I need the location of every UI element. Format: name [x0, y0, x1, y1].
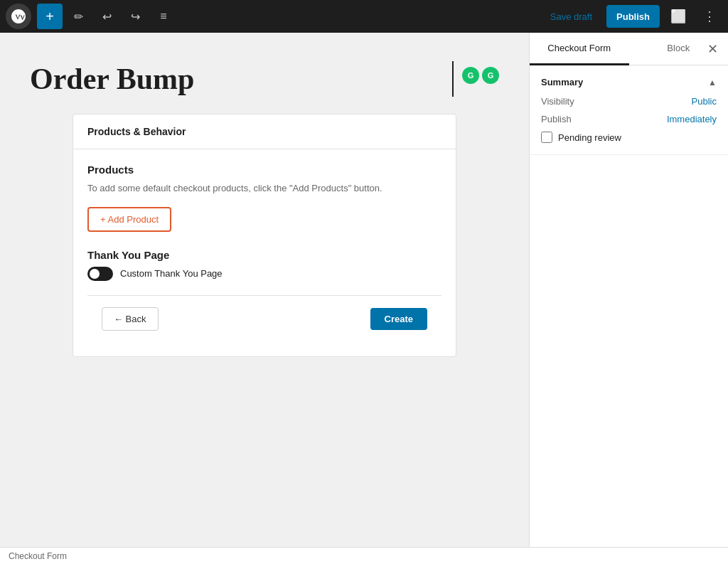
chevron-up-icon: ▲ [708, 78, 717, 87]
more-options-button[interactable]: ⋮ [697, 4, 722, 29]
sidebar: Checkout Form Block ✕ Summary ▲ Visibili… [529, 33, 728, 564]
pending-review-row: Pending review [541, 132, 717, 143]
status-text: Checkout Form [9, 551, 67, 561]
tab-checkout-form[interactable]: Checkout Form [530, 33, 629, 65]
close-sidebar-button[interactable]: ✕ [702, 39, 722, 59]
grammarly-icons: G G [462, 67, 499, 84]
visibility-row: Visibility Public [541, 96, 717, 107]
sidebar-tabs: Checkout Form Block ✕ [530, 33, 728, 65]
redo-button[interactable]: ↪ [122, 4, 148, 29]
view-toggle-button[interactable]: ⬜ [665, 4, 691, 29]
publish-button[interactable]: Publish [606, 5, 660, 28]
visibility-label: Visibility [541, 96, 574, 107]
toggle-label: Custom Thank You Page [120, 268, 223, 279]
products-desc: To add some default checkout products, c… [87, 181, 441, 196]
thank-you-toggle-row: Custom Thank You Page [87, 267, 441, 281]
summary-section: Summary ▲ Visibility Public Publish Imme… [530, 65, 728, 155]
redo-icon: ↪ [131, 10, 140, 23]
summary-title: Summary [541, 77, 583, 87]
publish-value[interactable]: Immediately [667, 114, 717, 124]
publish-label: Publish [541, 114, 572, 124]
publish-row: Publish Immediately [541, 114, 717, 124]
list-view-button[interactable]: ≡ [151, 4, 176, 29]
undo-icon: ↩ [102, 10, 112, 23]
main-layout: Order Bump G G Products & Behavior Produ… [0, 33, 728, 564]
visibility-value[interactable]: Public [692, 96, 717, 107]
wp-logo [6, 4, 31, 29]
edit-tool-button[interactable]: ✏ [65, 4, 91, 29]
grammarly-icon-2: G [482, 67, 499, 84]
view-icon: ⬜ [670, 9, 686, 24]
pending-review-checkbox[interactable] [541, 132, 552, 143]
products-section: Products To add some default checkout pr… [87, 164, 441, 232]
grammarly-icon-1: G [462, 67, 479, 84]
add-block-button[interactable]: + [37, 4, 63, 29]
custom-thank-you-toggle[interactable] [87, 267, 113, 281]
form-card-footer: ← Back Create [87, 295, 441, 342]
form-card: Products & Behavior Products To add some… [73, 114, 456, 357]
toggle-knob [90, 269, 100, 279]
form-card-section-title: Products & Behavior [87, 126, 441, 137]
add-product-button[interactable]: + Add Product [87, 207, 171, 232]
toolbar: + ✏ ↩ ↪ ≡ Save draft Publish ⬜ ⋮ [0, 0, 728, 33]
create-button[interactable]: Create [370, 308, 427, 330]
back-button[interactable]: ← Back [102, 307, 159, 331]
save-draft-button[interactable]: Save draft [542, 11, 601, 22]
status-bar: Checkout Form [0, 547, 728, 564]
form-card-body: Products To add some default checkout pr… [73, 149, 456, 356]
undo-button[interactable]: ↩ [94, 4, 119, 29]
post-title-area: Order Bump G G [16, 61, 513, 97]
thank-you-section: Thank You Page Custom Thank You Page [87, 249, 441, 281]
editor-area: Order Bump G G Products & Behavior Produ… [0, 33, 529, 564]
products-title: Products [87, 164, 441, 176]
form-card-header: Products & Behavior [73, 115, 456, 149]
wp-logo-icon [11, 9, 26, 23]
summary-section-header[interactable]: Summary ▲ [541, 77, 717, 87]
post-title[interactable]: Order Bump [30, 61, 454, 97]
close-icon: ✕ [707, 41, 718, 57]
list-icon: ≡ [160, 10, 166, 23]
pending-review-label: Pending review [558, 132, 621, 143]
more-icon: ⋮ [703, 9, 716, 24]
thank-you-title: Thank You Page [87, 249, 441, 261]
